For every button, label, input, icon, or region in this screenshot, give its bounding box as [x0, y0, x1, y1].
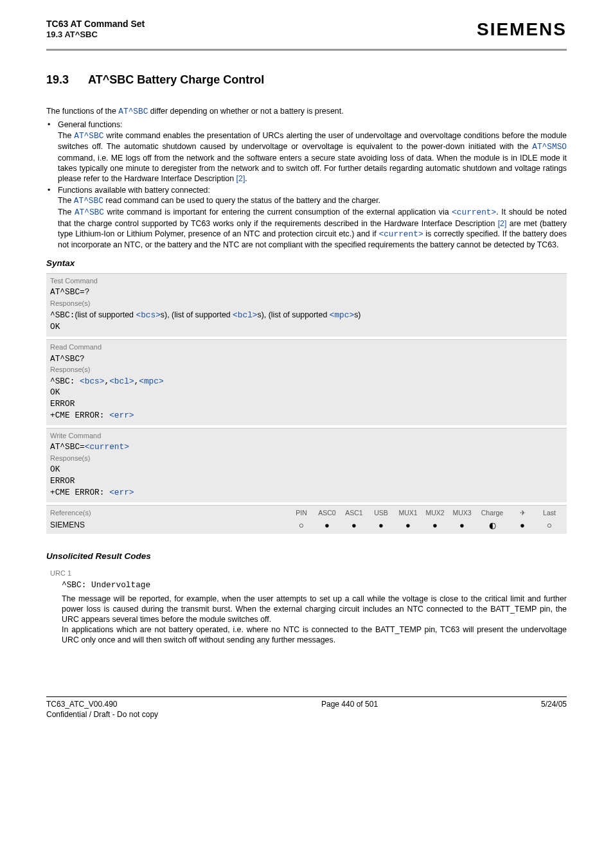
cmd-link[interactable]: <current>	[452, 208, 496, 217]
read-command: AT^SBC?	[50, 354, 563, 365]
ref-dot: ○	[289, 521, 314, 529]
test-command: AT^SBC=?	[50, 287, 563, 298]
urc-heading: Unsolicited Result Codes	[46, 551, 567, 562]
urc-text-2: In applications which are not battery op…	[62, 625, 567, 644]
ref-dot: ●	[422, 521, 449, 529]
cmd-link[interactable]: AT^SBC	[74, 196, 103, 206]
reference-value-row: SIEMENS ○●●●●●●◐●○	[46, 519, 567, 535]
ref-link[interactable]: [2]	[236, 174, 245, 183]
write-ok: OK	[50, 465, 563, 475]
reference-columns: PINASC0ASC1USBMUX1MUX2MUX3Charge✈Last	[289, 509, 563, 518]
doc-title: TC63 AT Command Set	[46, 18, 145, 30]
write-command: AT^SBC=<current>	[50, 442, 563, 453]
ref-col-header: MUX2	[422, 509, 449, 518]
ref-link[interactable]: [2]	[498, 219, 507, 228]
cmd-link[interactable]: AT^SBC	[118, 107, 148, 116]
read-command-block: Read Command AT^SBC? Response(s) ^SBC: <…	[46, 339, 567, 425]
ref-col-header: ASC1	[341, 509, 368, 518]
cmd-link[interactable]: AT^SBC	[74, 131, 103, 141]
test-response-line: ^SBC:(list of supported <bcs>s), (list o…	[50, 310, 563, 321]
bullet-item: Functions available with battery connect…	[46, 185, 567, 250]
ref-dot: ◐	[475, 521, 509, 529]
footer-page-number: Page 440 of 501	[321, 700, 378, 720]
urc-text-1: The message will be reported, for exampl…	[62, 594, 567, 624]
param-link[interactable]: <bcs>	[136, 310, 160, 320]
write-cme: +CME ERROR: <err>	[50, 488, 563, 499]
reference-name: SIEMENS	[50, 520, 85, 531]
ref-col-header: MUX3	[449, 509, 475, 518]
urc-code: ^SBC: Undervoltage	[62, 580, 567, 591]
read-ok: OK	[50, 387, 563, 398]
read-error: ERROR	[50, 399, 563, 410]
param-link[interactable]: <bcl>	[109, 376, 134, 386]
header-rule	[46, 49, 567, 51]
test-response-label: Response(s)	[50, 299, 563, 308]
test-ok: OK	[50, 322, 563, 333]
section-heading: 19.3AT^SBC Battery Charge Control	[46, 73, 567, 87]
param-link[interactable]: <err>	[109, 488, 134, 497]
param-link[interactable]: <current>	[85, 442, 129, 452]
cmd-link[interactable]: AT^SMSO	[532, 142, 567, 152]
read-response-label: Response(s)	[50, 365, 563, 374]
bullet-item: General functions:The AT^SBC write comma…	[46, 120, 567, 184]
cmd-link[interactable]: AT^SBC	[75, 208, 104, 217]
read-cme: +CME ERROR: <err>	[50, 411, 563, 421]
ref-col-header: Charge	[475, 509, 509, 518]
ref-col-header: MUX1	[395, 509, 422, 518]
ref-dot: ●	[509, 521, 536, 529]
footer-confidential: Confidential / Draft - Do not copy	[46, 710, 158, 720]
ref-dot: ●	[449, 521, 475, 529]
bullet-lead: General functions:	[58, 120, 123, 129]
footer-date: 5/24/05	[541, 700, 567, 720]
page-footer: TC63_ATC_V00.490 Confidential / Draft - …	[46, 696, 567, 720]
section-title-text: AT^SBC Battery Charge Control	[88, 73, 264, 86]
write-label: Write Command	[50, 431, 563, 440]
footer-left: TC63_ATC_V00.490 Confidential / Draft - …	[46, 700, 158, 720]
ref-dot: ●	[368, 521, 395, 529]
ref-col-header: ASC0	[314, 509, 341, 518]
test-command-block: Test Command AT^SBC=? Response(s) ^SBC:(…	[46, 273, 567, 337]
ref-col-header: Last	[536, 509, 563, 518]
write-error: ERROR	[50, 476, 563, 487]
header-left: TC63 AT Command Set 19.3 AT^SBC	[46, 18, 145, 40]
siemens-logo: SIEMENS	[477, 18, 567, 41]
bullet-list: General functions:The AT^SBC write comma…	[46, 120, 567, 250]
urc-body: ^SBC: Undervoltage The message will be r…	[46, 580, 567, 645]
param-link[interactable]: <mpc>	[330, 310, 354, 320]
ref-col-header: PIN	[289, 509, 314, 518]
ref-col-header: USB	[368, 509, 395, 518]
param-link[interactable]: <bcl>	[233, 310, 257, 320]
bullet-lead: Functions available with battery connect…	[58, 186, 210, 195]
urc-label: URC 1	[50, 569, 567, 578]
doc-subtitle: 19.3 AT^SBC	[46, 30, 145, 40]
param-link[interactable]: <mpc>	[139, 376, 163, 386]
ref-dot: ●	[314, 521, 341, 529]
test-label: Test Command	[50, 276, 563, 285]
write-response-label: Response(s)	[50, 454, 563, 463]
read-response-line: ^SBC: <bcs>,<bcl>,<mpc>	[50, 376, 563, 387]
footer-doc-id: TC63_ATC_V00.490	[46, 700, 158, 710]
param-link[interactable]: <bcs>	[80, 376, 104, 386]
read-label: Read Command	[50, 342, 563, 351]
param-link[interactable]: <err>	[109, 411, 134, 420]
intro-paragraph: The functions of the AT^SBC differ depen…	[46, 106, 567, 118]
syntax-heading: Syntax	[46, 258, 567, 269]
section-number: 19.3	[46, 73, 69, 86]
ref-col-header: ✈	[509, 509, 536, 518]
reference-dots: ○●●●●●●◐●○	[289, 521, 563, 529]
ref-dot: ○	[536, 521, 563, 529]
cmd-link[interactable]: <current>	[378, 229, 423, 239]
ref-dot: ●	[395, 521, 422, 529]
reference-label: Reference(s)	[50, 508, 91, 517]
write-command-block: Write Command AT^SBC=<current> Response(…	[46, 428, 567, 502]
ref-dot: ●	[341, 521, 368, 529]
page-header: TC63 AT Command Set 19.3 AT^SBC SIEMENS	[46, 18, 567, 46]
reference-header-row: Reference(s) PINASC0ASC1USBMUX1MUX2MUX3C…	[46, 505, 567, 518]
